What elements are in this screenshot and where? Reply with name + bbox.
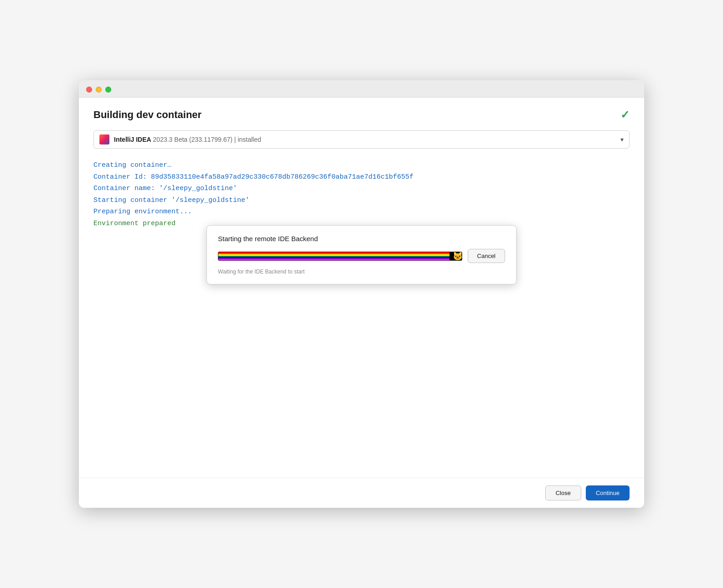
content-area: Building dev container ✓ IntelliJ IDEA 2…	[79, 98, 644, 508]
log-line-4: Starting container '/sleepy_goldstine'	[93, 195, 630, 206]
dialog-title: Starting the remote IDE Backend	[218, 235, 505, 242]
nyan-cat-icon: 🐱	[453, 252, 462, 260]
dialog-status-text: Waiting for the IDE Backend to start	[218, 268, 505, 275]
ide-name: IntelliJ IDEA	[114, 136, 151, 143]
minimize-button[interactable]	[96, 87, 102, 93]
log-line-2: Container Id: 89d35833110e4fa58a97ad29c3…	[93, 171, 630, 183]
dialog-body: 🐱 Cancel	[218, 249, 505, 263]
dialog-overlay: Starting the remote IDE Backend 🐱 Cancel…	[79, 98, 644, 508]
progress-bar-fill	[218, 252, 449, 260]
chevron-down-icon: ▾	[620, 136, 624, 143]
page-title: Building dev container	[93, 109, 201, 121]
close-button-footer[interactable]: Close	[545, 485, 581, 500]
titlebar	[79, 80, 644, 98]
progress-dialog: Starting the remote IDE Backend 🐱 Cancel…	[207, 225, 516, 284]
log-line-3: Container name: '/sleepy_goldstine'	[93, 183, 630, 195]
ide-label: IntelliJ IDEA 2023.3 Beta (233.11799.67)…	[114, 136, 617, 143]
ide-status: | installed	[234, 136, 261, 143]
main-window: Building dev container ✓ IntelliJ IDEA 2…	[79, 80, 644, 508]
cancel-button[interactable]: Cancel	[468, 249, 505, 263]
log-area: Creating container… Container Id: 89d358…	[93, 160, 630, 229]
progress-bar-container: 🐱	[218, 252, 462, 261]
ide-selector[interactable]: IntelliJ IDEA 2023.3 Beta (233.11799.67)…	[93, 130, 630, 149]
footer: Close Continue	[79, 478, 644, 508]
log-line-1: Creating container…	[93, 160, 630, 171]
close-button[interactable]	[86, 87, 92, 93]
ide-version: 2023.3 Beta (233.11799.67)	[153, 136, 232, 143]
check-icon: ✓	[620, 108, 630, 121]
log-line-5: Preparing environment...	[93, 206, 630, 218]
page-header: Building dev container ✓	[93, 108, 630, 121]
intellij-icon	[99, 134, 109, 144]
maximize-button[interactable]	[105, 87, 111, 93]
continue-button[interactable]: Continue	[586, 485, 630, 500]
